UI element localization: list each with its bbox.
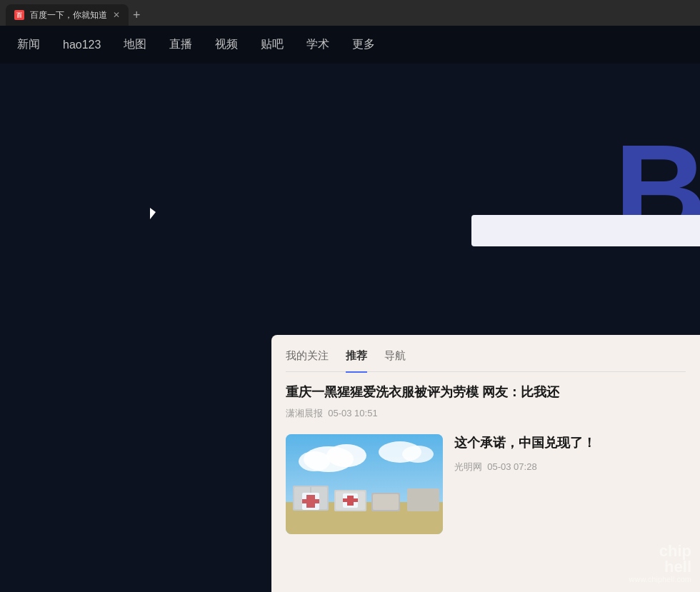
svg-point-3 — [326, 444, 366, 467]
svg-rect-21 — [373, 494, 399, 510]
nav-item-tieba[interactable]: 贴吧 — [261, 37, 284, 52]
svg-point-6 — [402, 446, 434, 463]
search-input[interactable] — [471, 215, 700, 246]
nav-item-live[interactable]: 直播 — [169, 37, 192, 52]
news-item: 这个承诺，中国兑现了！ 光明网 05-03 07:28 — [286, 434, 686, 534]
nav-item-hao123[interactable]: hao123 — [63, 39, 101, 51]
nav-item-academic[interactable]: 学术 — [306, 37, 329, 52]
tab-title: 百度一下，你就知道 — [30, 9, 107, 21]
svg-rect-22 — [407, 488, 439, 511]
active-tab[interactable]: 百 百度一下，你就知道 ✕ — [6, 4, 129, 26]
headline-source: 潇湘晨报 05-03 10:51 — [286, 407, 686, 420]
news-item-title[interactable]: 这个承诺，中国兑现了！ — [454, 434, 686, 452]
tab-my-follow[interactable]: 我的关注 — [286, 349, 329, 366]
news-thumbnail[interactable] — [286, 434, 443, 534]
news-item-text: 这个承诺，中国兑现了！ 光明网 05-03 07:28 — [454, 434, 686, 473]
nav-item-video[interactable]: 视频 — [215, 37, 238, 52]
tab-navigation[interactable]: 导航 — [384, 349, 406, 366]
nav-item-map[interactable]: 地图 — [124, 37, 146, 52]
headline-title[interactable]: 重庆一黑猩猩爱洗衣服被评为劳模 网友：比我还 — [286, 383, 686, 401]
svg-point-4 — [299, 451, 330, 471]
tab-favicon: 百 — [14, 10, 24, 20]
watermark-url: www.chiphell.com — [629, 575, 691, 583]
svg-rect-19 — [334, 490, 366, 511]
svg-rect-18 — [293, 486, 329, 511]
browser-chrome: 百 百度一下，你就知道 ✕ + — [0, 0, 700, 26]
tab-close-button[interactable]: ✕ — [113, 10, 120, 20]
news-item-source: 光明网 05-03 07:28 — [454, 461, 686, 473]
card-tabs: 我的关注 推荐 导航 — [286, 349, 686, 372]
new-tab-button[interactable]: + — [129, 4, 145, 26]
watermark-logo: chiphell — [629, 543, 691, 575]
watermark: chiphell www.chiphell.com — [629, 543, 691, 583]
nav-bar: 新闻 hao123 地图 直播 视频 贴吧 学术 更多 — [0, 26, 700, 64]
tab-recommend[interactable]: 推荐 — [346, 349, 367, 373]
page-area: 新闻 hao123 地图 直播 视频 贴吧 学术 更多 B 我的关注 推荐 导航… — [0, 26, 700, 592]
nav-item-more[interactable]: 更多 — [352, 37, 375, 52]
tab-bar: 百 百度一下，你就知道 ✕ + — [6, 0, 145, 26]
nav-item-news[interactable]: 新闻 — [17, 37, 40, 52]
search-bar-area — [471, 215, 700, 246]
